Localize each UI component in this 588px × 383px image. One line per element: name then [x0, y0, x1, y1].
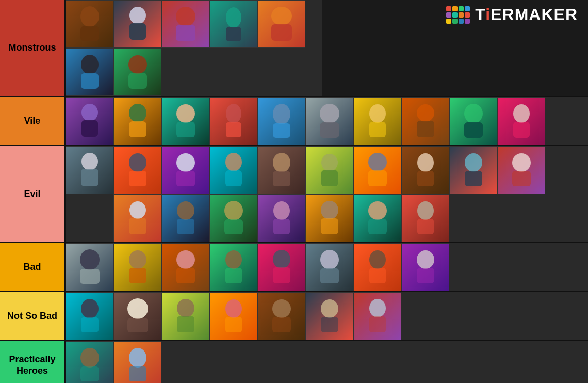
- svg-point-30: [464, 104, 483, 123]
- list-item[interactable]: [449, 146, 497, 194]
- list-item[interactable]: [66, 243, 113, 291]
- svg-point-14: [81, 104, 98, 121]
- svg-rect-23: [273, 123, 290, 138]
- svg-point-48: [417, 153, 434, 172]
- svg-rect-31: [464, 122, 483, 138]
- svg-rect-57: [177, 219, 194, 234]
- list-item[interactable]: [113, 243, 161, 291]
- list-item[interactable]: [161, 292, 209, 340]
- svg-rect-93: [272, 317, 291, 332]
- list-item[interactable]: [353, 243, 401, 291]
- list-item[interactable]: [113, 341, 161, 383]
- list-item[interactable]: [305, 97, 353, 145]
- list-item[interactable]: [257, 146, 305, 194]
- list-item[interactable]: [305, 243, 353, 291]
- list-item[interactable]: [209, 97, 257, 145]
- list-item[interactable]: [161, 194, 209, 242]
- svg-rect-45: [321, 170, 338, 186]
- list-item[interactable]: [113, 194, 161, 242]
- tier-label-evil: Evil: [0, 146, 64, 242]
- svg-rect-75: [225, 268, 242, 283]
- svg-point-84: [81, 299, 99, 318]
- svg-rect-99: [80, 366, 99, 381]
- list-item[interactable]: [353, 194, 401, 242]
- list-item[interactable]: [113, 97, 161, 145]
- svg-point-94: [321, 299, 338, 318]
- list-item[interactable]: [209, 194, 257, 242]
- tier-label-practically-heroes: Practically Heroes: [0, 341, 64, 383]
- list-item[interactable]: [353, 292, 401, 340]
- svg-point-76: [273, 250, 290, 268]
- list-item[interactable]: [66, 0, 113, 48]
- list-item[interactable]: [66, 48, 113, 96]
- list-item[interactable]: [209, 292, 257, 340]
- svg-point-100: [129, 348, 146, 368]
- svg-rect-89: [177, 316, 194, 332]
- list-item[interactable]: [257, 97, 305, 145]
- list-item[interactable]: [66, 97, 113, 145]
- list-item[interactable]: [257, 243, 305, 291]
- list-item[interactable]: [401, 146, 449, 194]
- svg-rect-47: [368, 170, 387, 186]
- svg-rect-33: [513, 122, 530, 138]
- list-item[interactable]: [209, 243, 257, 291]
- list-item[interactable]: [257, 0, 305, 48]
- list-item[interactable]: [66, 292, 113, 340]
- tier-items-evil: [64, 146, 588, 242]
- logo-text: TiERMAKER: [475, 5, 578, 24]
- tier-row-monstrous: Monstrous: [0, 0, 588, 97]
- list-item[interactable]: [161, 0, 209, 48]
- svg-rect-69: [80, 269, 100, 284]
- list-item[interactable]: [113, 0, 161, 48]
- list-item[interactable]: [66, 341, 113, 383]
- list-item[interactable]: [305, 146, 353, 194]
- svg-rect-61: [273, 219, 290, 234]
- list-item[interactable]: [257, 292, 305, 340]
- list-item[interactable]: [353, 146, 401, 194]
- svg-point-74: [225, 250, 242, 269]
- list-item[interactable]: [497, 146, 545, 194]
- svg-point-70: [129, 250, 146, 269]
- svg-point-6: [226, 7, 241, 28]
- svg-rect-73: [176, 268, 195, 283]
- svg-point-58: [224, 201, 243, 220]
- svg-rect-71: [129, 268, 146, 283]
- svg-point-24: [320, 104, 339, 123]
- list-item[interactable]: [209, 146, 257, 194]
- list-item[interactable]: [305, 292, 353, 340]
- svg-point-20: [226, 104, 241, 123]
- svg-point-18: [176, 104, 195, 123]
- svg-point-50: [465, 153, 482, 172]
- svg-rect-39: [176, 171, 195, 186]
- list-item[interactable]: [113, 292, 161, 340]
- list-item[interactable]: [161, 97, 209, 145]
- svg-point-72: [176, 250, 195, 269]
- svg-rect-1: [80, 26, 99, 41]
- list-item[interactable]: [305, 194, 353, 242]
- list-item[interactable]: [209, 0, 257, 48]
- list-item[interactable]: [113, 146, 161, 194]
- list-item[interactable]: [401, 243, 449, 291]
- list-item[interactable]: [257, 194, 305, 242]
- svg-rect-91: [225, 317, 242, 332]
- svg-rect-59: [224, 219, 243, 234]
- list-item[interactable]: [113, 48, 161, 96]
- svg-rect-13: [128, 73, 147, 89]
- svg-rect-11: [81, 73, 99, 89]
- list-item[interactable]: [161, 146, 209, 194]
- list-item[interactable]: [161, 243, 209, 291]
- list-item[interactable]: [353, 97, 401, 145]
- tier-row-evil: Evil: [0, 146, 588, 243]
- svg-point-12: [128, 55, 147, 74]
- list-item[interactable]: [497, 97, 545, 145]
- list-item[interactable]: [449, 97, 497, 145]
- list-item[interactable]: [66, 146, 113, 194]
- svg-point-98: [80, 348, 99, 368]
- tier-label-vile: Vile: [0, 97, 64, 145]
- logo-grid-icon: [446, 6, 470, 24]
- svg-rect-97: [369, 316, 386, 332]
- svg-rect-43: [273, 171, 290, 186]
- list-item[interactable]: [401, 97, 449, 145]
- list-item[interactable]: [401, 194, 449, 242]
- svg-point-36: [129, 153, 146, 172]
